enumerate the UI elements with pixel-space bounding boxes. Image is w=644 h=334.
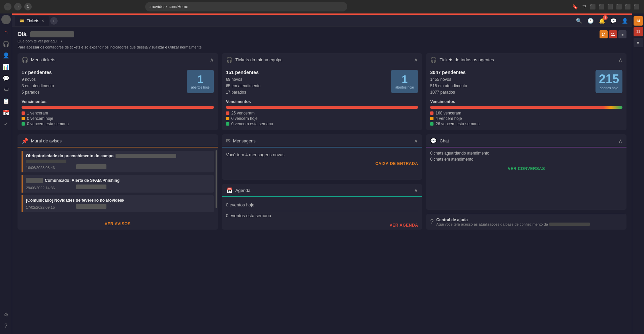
all-tickets-stats-left: 3047 pendentes 1455 novos 515 em atendim… [430,70,467,96]
mural-body: Obrigatoriedade do preenchimento do camp… [18,147,218,218]
ext1-icon[interactable]: ⬛ [589,3,596,10]
chat-icon[interactable]: 💬 [609,16,618,25]
top-bar-icons: 🔍 🕐 🔔 3 💬 👤 [575,16,629,25]
url-bar[interactable]: .movidesk.com/Home [145,2,347,11]
caixa-entrada-button[interactable]: CAIXA DE ENTRADA [226,161,418,166]
content-area: 🎫 Tickets ✕ + 🔍 🕐 🔔 3 💬 👤 Olá, [12,13,632,334]
all-vencimentos-label: Vencimentos [430,99,622,104]
forward-button[interactable]: → [14,3,22,10]
mensagens-text: Você tem 4 mensagens novas [226,151,418,161]
tab-bar: 🎫 Tickets ✕ + 🔍 🕐 🔔 3 💬 👤 [12,15,632,27]
agenda-body: 0 eventos hoje 0 eventos esta semana VER… [222,197,422,230]
meus-tickets-stats-left: 17 pendentes 9 novos 3 em atendimento 5 … [22,70,54,96]
user-avatar[interactable] [1,15,11,24]
all-tickets-card: 🎧 Tickets de todos os agentes ∧ 3047 pen… [426,53,626,130]
red-dot-2 [226,111,229,115]
sidebar-item-contacts[interactable]: 👤 [1,50,11,61]
bottom-cards-grid: 📌 Mural de avisos Obrigatoriedade do pre… [12,134,632,234]
central-ajuda-card: ? Central de ajuda Aqui você terá acesso… [426,214,626,230]
back-button[interactable]: ← [4,3,11,10]
green-dot-3 [430,122,433,126]
ext3-icon[interactable]: ⬛ [607,3,614,10]
team-tickets-card: 🎧 Tickets da minha equipe ∧ 151 pendente… [222,53,422,130]
meus-tickets-stats: 17 pendentes 9 novos 3 em atendimento 5 … [22,70,214,96]
history-icon[interactable]: 🕐 [586,16,595,25]
search-icon[interactable]: 🔍 [575,16,583,25]
right-btn-orange[interactable]: 14 [634,16,643,26]
new-tab-button[interactable]: + [50,17,58,25]
tickets-cards-grid: 🎧 Meus tickets ∧ 17 pendentes 9 novos 3 … [12,53,632,134]
tab-close-button[interactable]: ✕ [41,19,44,23]
sidebar-item-home[interactable]: ⌂ [1,27,11,38]
meus-vencem-hoje: 0 vencem hoje [22,116,214,121]
notifications-icon[interactable]: 🔔 3 [598,16,606,25]
reload-button[interactable]: ↻ [24,3,32,10]
header-btn-1[interactable]: 14 [600,30,608,38]
chat-collapse[interactable]: ∧ [618,138,622,144]
ext4-icon[interactable]: ⬛ [616,3,622,10]
bookmark-icon[interactable]: 🔖 [572,3,579,10]
greeting-info: Para acessar os contadores de tickets é … [18,45,626,49]
notice-item-1[interactable]: Obrigatoriedade do preenchimento do camp… [22,151,214,172]
tickets-tab[interactable]: 🎫 Tickets ✕ [15,16,49,26]
sidebar-item-chat[interactable]: 💬 [1,73,11,84]
meus-tickets-collapse[interactable]: ∧ [210,57,214,63]
all-tickets-collapse[interactable]: ∧ [618,57,622,63]
team-vencimentos-bar [226,106,418,109]
right-btn-default[interactable]: ■ [634,38,643,47]
agenda-title-row: 📅 Agenda [226,187,251,194]
ver-conversas-link[interactable]: VER CONVERSAS [430,163,622,174]
sidebar-item-calendar[interactable]: 📅 [1,107,11,118]
ver-agenda-link[interactable]: VER AGENDA [226,220,418,228]
sidebar-help[interactable]: ? [1,321,11,331]
meus-tickets-title: Meus tickets [31,57,55,62]
notice-title-1: Obrigatoriedade do preenchimento do camp… [26,154,211,158]
red-dot [22,111,25,115]
agenda-eventos-hoje: 0 eventos hoje [226,200,418,209]
all-vencimentos-bar [430,106,622,109]
app-container: ⌂ 🎧 👤 📊 💬 🏷 📋 📅 ✓ ⚙ ? 🎫 Tickets ✕ + 🔍 � [0,13,644,334]
team-vencem-semana: 0 vencem esta semana [226,122,418,126]
mensagens-card: ✉ Mensagens ∧ Você tem 4 mensagens novas… [222,134,422,180]
ver-avisos-link[interactable]: VER AVISOS [18,218,218,230]
sidebar-toggle-icon[interactable]: ⬛ [633,3,640,10]
all-vencem-hoje: 4 vencem hoje [430,116,622,121]
left-sidebar: ⌂ 🎧 👤 📊 💬 🏷 📋 📅 ✓ ⚙ ? [0,13,12,334]
all-tickets-body: 3047 pendentes 1455 novos 515 em atendim… [426,66,626,130]
ext2-icon[interactable]: ⬛ [598,3,605,10]
sidebar-item-inbox[interactable]: 📋 [1,96,11,106]
team-tickets-stats: 151 pendentes 69 novos 65 em atendimento… [226,70,418,96]
agenda-eventos-semana: 0 eventos esta semana [226,211,418,220]
user-name-blur [30,31,74,37]
profile-icon[interactable]: 👤 [620,16,629,25]
notice-item-2[interactable]: Comunicado: Alerta de SPAM/Phishing 29/0… [22,175,214,193]
green-dot-2 [226,122,229,126]
header-btn-2[interactable]: 11 [609,30,617,38]
ticket-icon: 🎫 [20,19,25,23]
green-dot [22,122,25,126]
right-sidebar: 14 11 ■ [632,13,644,334]
chat-title-row: 💬 Chat [430,138,449,144]
chat-title: Chat [440,138,449,143]
sidebar-item-tasks[interactable]: ✓ [1,119,11,129]
notice-tag-2 [76,185,106,189]
notice-item-3[interactable]: [Comunicado] Novidades de fevereiro no M… [22,195,214,212]
right-btn-red[interactable]: 11 [634,27,643,36]
all-tickets-parados: 1077 parados [430,89,467,96]
chat-header: 💬 Chat ∧ [426,134,626,147]
greeting-sub: Que bom te ver por aqui! :) [18,39,626,43]
greeting-section: Olá, 14 11 ■ Que bom te ver por aqui! :)… [12,27,632,53]
header-btn-3[interactable]: ■ [618,30,626,38]
all-tickets-number-box: 215 abertos hoje [595,70,622,93]
team-tickets-number-box: 1 abertos hoje [391,70,418,93]
team-tickets-collapse[interactable]: ∧ [414,57,418,63]
central-ajuda-section: ? Central de ajuda Aqui você terá acesso… [426,214,626,230]
ext5-icon[interactable]: ⬛ [624,3,631,10]
mensagens-collapse[interactable]: ∧ [414,138,418,144]
agenda-collapse[interactable]: ∧ [414,187,418,194]
sidebar-item-support[interactable]: 🎧 [1,38,11,49]
meus-tickets-body: 17 pendentes 9 novos 3 em atendimento 5 … [18,66,218,130]
sidebar-item-analytics[interactable]: 📊 [1,61,11,72]
sidebar-item-store[interactable]: 🏷 [1,84,11,95]
sidebar-settings[interactable]: ⚙ [1,309,11,320]
